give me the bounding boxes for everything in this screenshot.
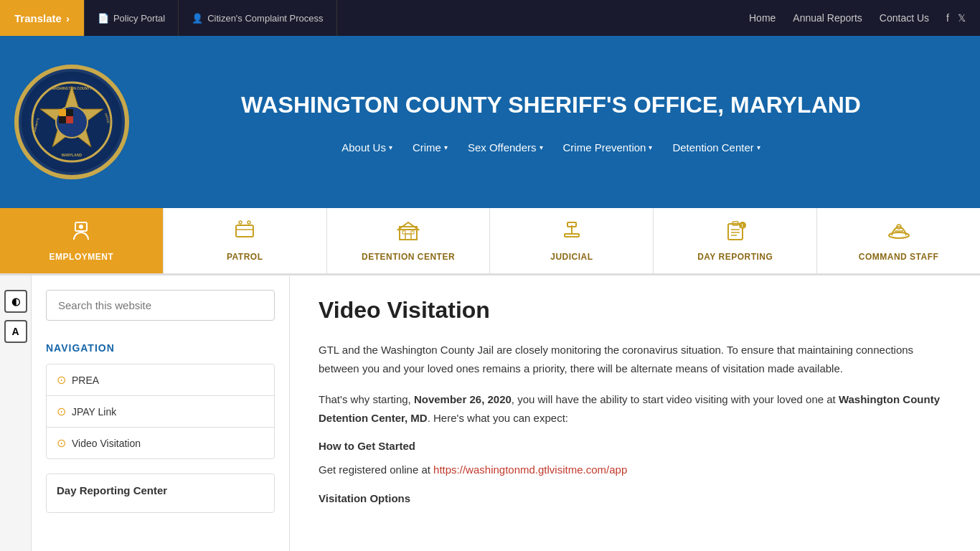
gtl-link[interactable]: https://washingtonmd.gtlvisitme.com/app (433, 463, 627, 476)
font-size-toggle-button[interactable]: A (4, 320, 27, 343)
svg-point-15 (239, 221, 242, 224)
chevron-down-icon: ▾ (649, 143, 652, 151)
nav-detention-center-tab[interactable]: DETENTION CENTER (327, 208, 491, 273)
facebook-icon[interactable]: f (946, 12, 949, 24)
nav-section-title: NAVIGATION (46, 342, 275, 354)
contact-us-link[interactable]: Contact Us (880, 12, 929, 24)
svg-rect-24 (567, 222, 576, 227)
main-content: Video Visitation GTL and the Washington … (290, 276, 980, 551)
site-header: WASHINGTON COUNTY MARYLAND SHERIFF'S OFF… (0, 36, 980, 208)
intro-paragraph: GTL and the Washington County Jail are c… (319, 341, 951, 377)
top-bar: Translate › 📄 Policy Portal 👤 Citizen's … (0, 0, 980, 36)
chevron-down-icon: ▾ (757, 143, 760, 151)
twitter-icon[interactable]: 𝕏 (958, 12, 966, 24)
svg-rect-19 (405, 234, 411, 240)
sidebar-card-title: Day Reporting Center (57, 484, 264, 496)
sidebar: NAVIGATION ⊙ PREA ⊙ JPAY Link ⊙ (32, 276, 290, 551)
nav-detention-center[interactable]: Detention Center ▾ (672, 141, 760, 154)
svg-rect-22 (565, 234, 579, 237)
logo-area: WASHINGTON COUNTY MARYLAND SHERIFF'S OFF… (14, 65, 129, 179)
video-visitation-link[interactable]: ⊙ Video Visitation (47, 428, 274, 458)
list-item: ⊙ Video Visitation (47, 428, 274, 458)
top-bar-right: Home Annual Reports Contact Us f 𝕏 (749, 12, 980, 24)
translate-button[interactable]: Translate › (0, 0, 84, 36)
nav-sex-offenders[interactable]: Sex Offenders ▾ (468, 141, 543, 154)
nav-judicial[interactable]: JUDICIAL (490, 208, 654, 273)
svg-text:!: ! (741, 223, 743, 228)
top-bar-links: 📄 Policy Portal 👤 Citizen's Complaint Pr… (84, 0, 337, 36)
icon-navigation-bar: EMPLOYMENT PATROL DETENTION CENTER JUDIC… (0, 208, 980, 276)
officer-hat-icon (887, 220, 910, 248)
svg-point-12 (79, 225, 83, 229)
patrol-bell-icon (233, 220, 256, 248)
nav-patrol[interactable]: PATROL (164, 208, 327, 273)
circle-arrow-icon: ⊙ (57, 373, 66, 387)
sheriff-badge-svg: WASHINGTON COUNTY MARYLAND SHERIFF'S OFF… (29, 79, 115, 165)
page-title: Video Visitation (319, 297, 951, 324)
sidebar-card: Day Reporting Center (46, 474, 275, 513)
site-title: WASHINGTON COUNTY SHERIFF'S OFFICE, MARY… (151, 90, 951, 121)
gavel-icon (560, 220, 583, 248)
annual-reports-link[interactable]: Annual Reports (793, 12, 862, 24)
chevron-down-icon: ▾ (444, 143, 448, 151)
clipboard-icon: ! (724, 220, 747, 248)
svg-rect-13 (236, 225, 253, 237)
svg-point-16 (248, 221, 250, 224)
complaint-link[interactable]: 👤 Citizen's Complaint Process (179, 0, 336, 36)
list-item: ⊙ JPAY Link (47, 396, 274, 428)
date-paragraph: That's why starting, November 26, 2020, … (319, 390, 951, 427)
svg-rect-3 (59, 109, 66, 116)
nav-crime[interactable]: Crime ▾ (413, 141, 448, 154)
nav-list: ⊙ PREA ⊙ JPAY Link ⊙ Video Visitation (46, 364, 275, 459)
person-icon: 👤 (192, 13, 203, 24)
svg-rect-5 (59, 116, 66, 123)
svg-text:MARYLAND: MARYLAND (62, 153, 83, 157)
svg-text:WASHINGTON COUNTY: WASHINGTON COUNTY (52, 86, 93, 90)
prea-link[interactable]: ⊙ PREA (47, 364, 274, 395)
policy-portal-link[interactable]: 📄 Policy Portal (84, 0, 179, 36)
search-input[interactable] (46, 290, 275, 321)
main-layout: ◐ A NAVIGATION ⊙ PREA ⊙ JPAY Link (0, 276, 980, 551)
logo: WASHINGTON COUNTY MARYLAND SHERIFF'S OFF… (14, 65, 129, 179)
circle-arrow-icon: ⊙ (57, 436, 66, 450)
nav-day-reporting[interactable]: ! DAY REPORTING (654, 208, 817, 273)
document-icon: 📄 (98, 13, 109, 24)
svg-rect-4 (66, 109, 73, 116)
building-icon (397, 220, 420, 248)
list-item: ⊙ PREA (47, 364, 274, 396)
contrast-toggle-button[interactable]: ◐ (4, 290, 27, 313)
sidebar-toggles: ◐ A (0, 276, 32, 551)
home-link[interactable]: Home (749, 12, 776, 24)
navigation-section: NAVIGATION ⊙ PREA ⊙ JPAY Link ⊙ (46, 342, 275, 459)
register-paragraph: Get registered online at https://washing… (319, 461, 951, 479)
header-title-area: WASHINGTON COUNTY SHERIFF'S OFFICE, MARY… (151, 90, 951, 154)
main-navigation: About Us ▾ Crime ▾ Sex Offenders ▾ Crime… (151, 141, 951, 154)
nav-about-us[interactable]: About Us ▾ (341, 141, 392, 154)
nav-command-staff[interactable]: COMMAND STAFF (817, 208, 980, 273)
visitation-options-heading: Visitation Options (319, 492, 951, 504)
social-icons: f 𝕏 (946, 12, 966, 24)
nav-employment[interactable]: EMPLOYMENT (0, 208, 164, 273)
person-badge-icon (70, 220, 93, 248)
top-bar-left: Translate › 📄 Policy Portal 👤 Citizen's … (0, 0, 337, 36)
jpay-link[interactable]: ⊙ JPAY Link (47, 396, 274, 427)
nav-crime-prevention[interactable]: Crime Prevention ▾ (563, 141, 653, 154)
circle-arrow-icon: ⊙ (57, 405, 66, 418)
chevron-down-icon: ▾ (540, 143, 543, 151)
how-to-start-heading: How to Get Started (319, 440, 951, 452)
svg-rect-6 (66, 116, 73, 123)
date-highlight: November 26, 2020 (414, 393, 512, 405)
chevron-down-icon: ▾ (389, 143, 392, 151)
